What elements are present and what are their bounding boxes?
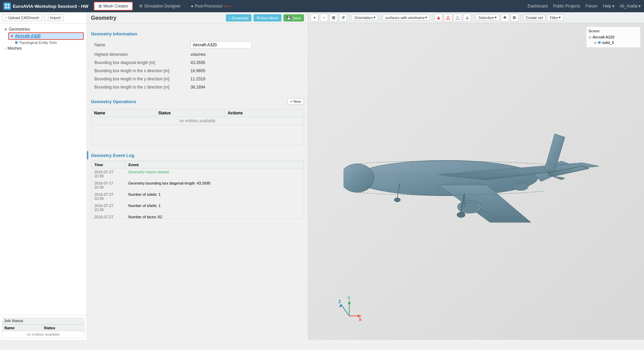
svg-point-8 bbox=[354, 160, 538, 196]
svg-marker-6 bbox=[456, 16, 459, 19]
geometry-info-table: Name Highest dimension volumes Bounding … bbox=[91, 39, 304, 92]
import-icon: ↓ bbox=[47, 16, 49, 20]
event-log-row: 2016-07-27 10:39 Number of shells: 1 bbox=[92, 202, 304, 213]
main-layout: ↑ Upload CAD/mesh ↓ Import ▼ Geometries … bbox=[0, 12, 644, 340]
selection-icon-1[interactable]: 👁 bbox=[501, 14, 509, 22]
forum-link[interactable]: Forum bbox=[586, 4, 598, 9]
display-icon-2[interactable] bbox=[444, 14, 452, 22]
svg-marker-7 bbox=[465, 16, 469, 19]
scene-item-aircraft[interactable]: ⊟ Aircraft-A320 bbox=[588, 34, 638, 40]
rotate-left-icon: ↺ bbox=[341, 15, 345, 20]
svg-point-17 bbox=[394, 198, 400, 202]
event-event-cell: Number of shells: 1 bbox=[126, 202, 304, 213]
zoom-in-button[interactable]: + bbox=[310, 14, 319, 22]
navbar: EuroAVIA-Workshop Session3 - HW ⊞ Mesh C… bbox=[0, 0, 644, 12]
display-icon-1[interactable] bbox=[434, 14, 443, 22]
selection-icon-2[interactable]: ⚙ bbox=[510, 14, 519, 22]
eye-icon: 👁 bbox=[503, 15, 507, 20]
job-col-name: Name bbox=[2, 325, 42, 331]
info-row-highest-dim: Highest dimension volumes bbox=[92, 51, 303, 58]
display-mode-dropdown[interactable]: surfaces with wireframe ▾ bbox=[383, 14, 430, 21]
ops-col-name: Name bbox=[91, 109, 156, 117]
geometry-ops-title: Geometry Operations bbox=[91, 99, 136, 104]
event-log-row: 2016-07-27 10:39 Number of faces: 62 bbox=[92, 213, 304, 219]
event-time-cell: 2016-07-27 10:39 bbox=[92, 191, 126, 202]
display-icon-4[interactable] bbox=[463, 14, 471, 22]
create-set-button[interactable]: Create set bbox=[523, 15, 546, 21]
event-log-row: 2016-07-27 10:39 Geometry import started… bbox=[92, 169, 304, 180]
event-log-table: Time Event 2016-07-27 10:39 Geometry imp… bbox=[91, 161, 304, 219]
settings-icon: ⚙ bbox=[139, 4, 143, 9]
svg-marker-5 bbox=[446, 16, 450, 19]
tree-geometries[interactable]: ▼ Geometries bbox=[3, 26, 84, 32]
new-op-button[interactable]: + New bbox=[287, 98, 304, 105]
grid-icon: ⊞ bbox=[98, 4, 102, 9]
tab-post-processor[interactable]: ● Post-Processor BETA bbox=[187, 2, 235, 10]
svg-point-13 bbox=[515, 184, 526, 189]
settings-icon: ⚙ bbox=[512, 15, 516, 20]
navbar-right: Dashboard Public Projects Forum Help ▾ A… bbox=[528, 4, 641, 9]
panel-title: Geometry bbox=[91, 15, 117, 21]
chevron-down-icon: ▾ bbox=[559, 15, 561, 20]
chevron-down-icon: ▾ bbox=[373, 15, 375, 20]
circle-icon: ○ bbox=[4, 47, 6, 50]
beta-badge: BETA bbox=[224, 5, 231, 8]
tree-aircraft-a320[interactable]: ▼ Aircraft-A320 bbox=[8, 32, 84, 40]
user-menu[interactable]: Ali_Arafat ▾ bbox=[620, 4, 641, 9]
tree-toggle-icon: ▼ bbox=[10, 34, 14, 38]
filter-dropdown[interactable]: Filter ▾ bbox=[547, 14, 563, 21]
tree-meshes[interactable]: ○ Meshes bbox=[3, 45, 84, 51]
tab-mesh-creator[interactable]: ⊞ Mesh Creator bbox=[94, 2, 133, 11]
zoom-fit-button[interactable]: ⊞ bbox=[329, 14, 338, 22]
info-row-bbox-x: Bounding box length in the x direction [… bbox=[92, 67, 303, 75]
app-logo bbox=[3, 2, 11, 10]
ops-empty-row: no entities available bbox=[91, 117, 304, 125]
tree-toggle-icon: ▼ bbox=[4, 28, 7, 31]
3d-viewport[interactable]: Scene ⊟ Aircraft-A320 ⊕ solid_0 Z bbox=[308, 23, 644, 340]
job-col-status: Status bbox=[42, 325, 84, 331]
save-button[interactable]: 💾 Save bbox=[283, 14, 304, 21]
upload-icon: ↑ bbox=[5, 16, 7, 20]
geometry-info-section: Geometry Information Name Highest dimens… bbox=[87, 24, 308, 96]
grid-icon: ⊞ bbox=[257, 16, 260, 20]
ops-table: Name Status Actions no entities availabl… bbox=[91, 109, 304, 145]
event-event-cell: Geometry bounding box diagonal length: 4… bbox=[126, 180, 304, 191]
svg-rect-2 bbox=[5, 6, 7, 9]
file-tree: ▼ Geometries ▼ Aircraft-A320 Topological… bbox=[0, 23, 87, 315]
orientation-dropdown[interactable]: Orientation ▾ bbox=[352, 14, 378, 21]
svg-marker-22 bbox=[348, 301, 351, 304]
zoom-out-button[interactable]: − bbox=[320, 14, 328, 22]
event-log-indicator bbox=[87, 151, 88, 159]
rotate-left-button[interactable]: ↺ bbox=[339, 14, 347, 22]
download-button[interactable]: ↓ Download bbox=[226, 14, 251, 21]
tab-simulation-designer[interactable]: ⚙ Simulation Designer bbox=[135, 2, 185, 10]
event-log-title: Geometry Event Log bbox=[91, 153, 134, 158]
scene-item-solid[interactable]: ⊕ solid_0 bbox=[588, 40, 638, 45]
new-mesh-button[interactable]: ⊞ New Mesh bbox=[254, 14, 281, 21]
tree-topo-entity-sets[interactable]: Topological Entity Sets bbox=[14, 40, 84, 45]
help-dropdown[interactable]: Help ▾ bbox=[603, 4, 614, 9]
event-time-cell: 2016-07-27 10:39 bbox=[92, 180, 126, 191]
svg-text:Z: Z bbox=[338, 299, 341, 304]
event-log-table-container[interactable]: Time Event 2016-07-27 10:39 Geometry imp… bbox=[91, 161, 304, 219]
event-event-cell: Number of solids: 1 bbox=[126, 191, 304, 202]
eye-dot-icon bbox=[598, 41, 601, 44]
dashboard-link[interactable]: Dashboard bbox=[528, 4, 548, 9]
axes-indicator: Z Y X bbox=[336, 296, 363, 323]
event-col-event: Event bbox=[126, 161, 304, 169]
display-icon-3[interactable] bbox=[454, 14, 462, 22]
event-log-row: 2016-07-27 10:39 Geometry bounding box d… bbox=[92, 180, 304, 191]
aircraft-model bbox=[343, 107, 609, 256]
download-icon: ↓ bbox=[229, 16, 231, 20]
svg-rect-3 bbox=[7, 6, 10, 9]
svg-marker-25 bbox=[358, 315, 361, 317]
geometry-name-input[interactable] bbox=[190, 41, 252, 49]
job-empty-row: no entities available bbox=[2, 331, 85, 338]
public-projects-link[interactable]: Public Projects bbox=[553, 4, 580, 9]
chevron-down-icon: ▾ bbox=[425, 15, 427, 20]
upload-cad-button[interactable]: ↑ Upload CAD/mesh bbox=[2, 14, 42, 21]
import-button[interactable]: ↓ Import bbox=[44, 14, 64, 21]
toolbar-separator-3 bbox=[432, 14, 432, 21]
toolbar-separator-1 bbox=[349, 14, 350, 21]
selection-dropdown[interactable]: Selection ▾ bbox=[476, 14, 499, 21]
